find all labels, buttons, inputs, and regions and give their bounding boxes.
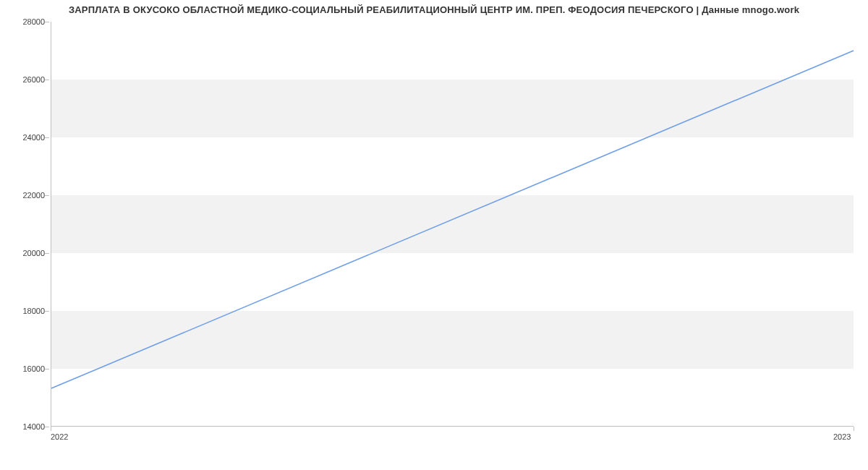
y-tick-label: 18000	[22, 307, 45, 315]
y-tick	[45, 80, 49, 80]
line-series	[51, 22, 854, 426]
y-tick-label: 26000	[22, 75, 45, 84]
chart-title: ЗАРПЛАТА В ОКУСОКО ОБЛАСТНОЙ МЕДИКО-СОЦИ…	[0, 4, 868, 15]
salary-chart: ЗАРПЛАТА В ОКУСОКО ОБЛАСТНОЙ МЕДИКО-СОЦИ…	[0, 0, 868, 470]
y-tick	[45, 253, 49, 254]
y-tick	[45, 195, 49, 196]
y-tick	[45, 427, 49, 427]
y-tick-label: 24000	[22, 133, 45, 142]
y-tick-label: 20000	[22, 249, 45, 257]
y-tick-label: 14000	[22, 422, 45, 431]
y-tick-label: 16000	[22, 364, 45, 373]
y-tick	[45, 369, 49, 369]
y-tick	[45, 22, 49, 22]
y-tick-label: 22000	[22, 191, 45, 200]
x-tick-label: 2023	[833, 432, 851, 441]
x-tick-label: 2022	[51, 432, 68, 441]
x-tick	[51, 427, 51, 431]
x-tick	[854, 427, 854, 431]
plot-area	[51, 22, 854, 427]
y-tick	[45, 137, 49, 138]
y-tick-label: 28000	[22, 17, 45, 26]
y-tick	[45, 311, 49, 312]
